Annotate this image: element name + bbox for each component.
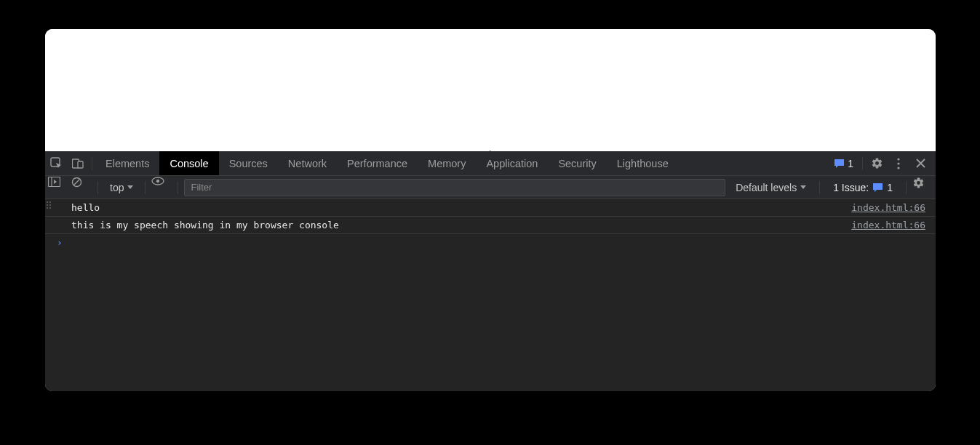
issue-label: 1 Issue: [833,182,869,193]
browser-window: ● Elements Console Sources Network Perfo… [45,29,936,391]
filter-input[interactable] [184,179,725,196]
toggle-sidebar-icon[interactable] [48,177,68,199]
tab-elements[interactable]: Elements [95,151,159,175]
devtools-tabs: Elements Console Sources Network Perform… [95,151,679,175]
levels-label: Default levels [736,182,797,193]
tabbar-right: 1 [828,151,936,176]
divider [862,157,863,170]
toolbar-issues-link[interactable]: 1 Issue: 1 [826,182,900,193]
issue-count: 1 [887,182,893,193]
chevron-down-icon [800,185,806,189]
divider [145,181,146,194]
divider [97,181,98,194]
svg-point-11 [156,179,159,182]
execution-context-selector[interactable]: top [104,182,139,193]
svg-point-4 [897,162,899,164]
devtools-tabbar: Elements Console Sources Network Perform… [45,151,936,176]
console-settings-icon[interactable] [912,177,933,199]
drag-grip-icon[interactable] [45,199,52,211]
svg-line-9 [73,179,79,185]
inspect-element-icon[interactable] [45,151,67,176]
prompt-chevron-icon: › [57,237,63,248]
close-devtools-icon[interactable] [909,151,931,176]
console-prompt[interactable]: › [45,234,936,250]
svg-point-5 [897,167,899,169]
console-toolbar: top Default levels 1 Issue: 1 [45,176,936,199]
tab-security[interactable]: Security [548,151,606,175]
tab-sources[interactable]: Sources [219,151,278,175]
console-log-area: hello index.html:66 this is my speech sh… [45,199,936,391]
tab-memory[interactable]: Memory [418,151,476,175]
context-label: top [110,182,124,193]
log-message: hello [71,202,100,213]
tab-performance[interactable]: Performance [337,151,418,175]
more-menu-icon[interactable] [888,151,909,176]
log-message: this is my speech showing in my browser … [71,220,339,230]
tab-lighthouse[interactable]: Lighthouse [607,151,679,175]
divider [92,157,92,170]
divider [819,181,820,194]
log-source-link[interactable]: index.html:66 [851,202,928,213]
clear-console-icon[interactable] [71,177,92,199]
device-toolbar-icon[interactable] [67,151,89,176]
devtools-panel: Elements Console Sources Network Perform… [45,151,936,391]
svg-point-3 [897,158,899,160]
chevron-down-icon [127,185,133,189]
log-levels-selector[interactable]: Default levels [728,182,813,193]
tab-console[interactable]: Console [159,151,218,175]
svg-rect-2 [78,161,83,168]
log-row: hello index.html:66 [45,199,936,217]
log-row: this is my speech showing in my browser … [45,217,936,234]
divider [178,181,178,194]
tabbar-issues-chip[interactable]: 1 [828,158,859,169]
divider [906,181,907,194]
tab-application[interactable]: Application [476,151,548,175]
issue-chat-icon [872,183,883,193]
log-source-link[interactable]: index.html:66 [851,220,928,230]
settings-icon[interactable] [866,151,888,176]
tab-network[interactable]: Network [278,151,337,175]
page-viewport: ● [45,29,936,151]
live-expression-icon[interactable] [151,177,172,199]
tabbar-issues-count: 1 [848,158,853,169]
